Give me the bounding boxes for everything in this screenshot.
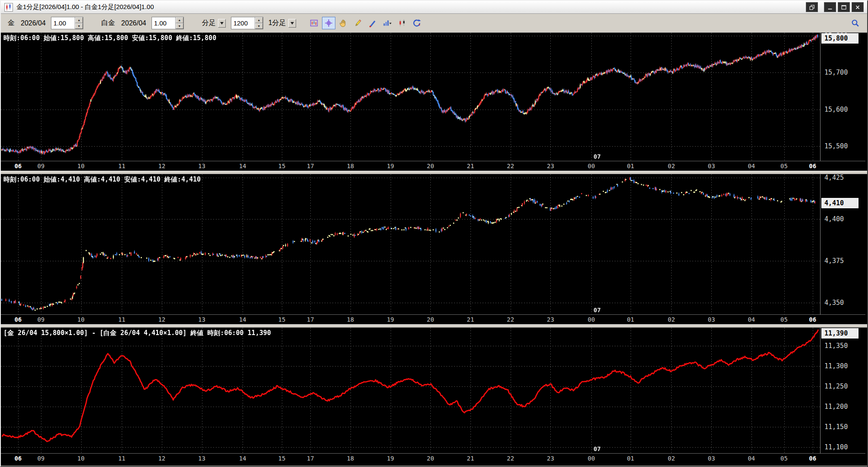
bar-count-up-button[interactable]: ▲	[255, 17, 263, 23]
close-button[interactable]	[852, 2, 864, 12]
x-axis-label: 05	[780, 163, 788, 169]
x-axis-label: 10	[77, 163, 85, 169]
x-axis-label: 15	[278, 455, 286, 462]
bar-count-spinner: ▲ ▼	[231, 17, 263, 29]
y-axis-label: 15,600	[824, 106, 848, 113]
platinum-ratio-input[interactable]	[152, 17, 175, 29]
x-axis-label: 04	[748, 455, 755, 462]
gold-label: 金	[8, 19, 15, 28]
x-axis-label: 22	[507, 455, 514, 462]
crosshair-tool-button[interactable]	[322, 17, 335, 29]
gold-ratio-down-button[interactable]: ▼	[75, 23, 83, 29]
platinum-ratio-up-button[interactable]: ▲	[176, 17, 183, 23]
minimize-button[interactable]	[824, 2, 836, 12]
x-axis-label: 19	[387, 316, 394, 323]
panel-splitter[interactable]	[1, 171, 867, 174]
y-axis-label: 4,400	[824, 215, 844, 223]
x-axis-label: 19	[387, 455, 394, 462]
bar-style-dropdown[interactable]: 1分足	[267, 17, 298, 29]
x-axis-label: 17	[307, 316, 314, 323]
x-axis-label: 06	[14, 316, 22, 323]
x-axis-label: 17	[307, 455, 314, 462]
x-axis-label: 10	[77, 455, 85, 462]
x-axis-label: 01	[627, 316, 634, 323]
gold-price-scale: 15,80015,70015,60015,50015,800	[820, 33, 865, 161]
x-axis-label: 13	[198, 163, 205, 169]
x-axis-label: 13	[198, 455, 205, 462]
x-axis-label: 11	[118, 316, 126, 323]
spread-chart-panel: [金 26/04 15,800×1.00] - [白金 26/04 4,410×…	[1, 328, 867, 466]
platinum-ratio-down-button[interactable]: ▼	[176, 23, 183, 29]
search-button[interactable]	[849, 17, 862, 29]
y-axis-label: 11,350	[824, 342, 848, 350]
x-axis-label: 09	[37, 163, 44, 169]
bar-count-input[interactable]	[231, 17, 255, 29]
gold-contract-month: 2026/04	[21, 19, 46, 27]
gold-ohlc-info: 時刻:06:00 始値:15,800 高値:15,800 安値:15,800 終…	[3, 34, 216, 42]
pencil-tool-icon	[354, 19, 363, 28]
spread-plot[interactable]: [金 26/04 15,800×1.00] - [白金 26/04 4,410×…	[1, 328, 820, 454]
maximize-button[interactable]	[838, 2, 850, 12]
platinum-canvas	[1, 174, 820, 314]
gold-ratio-up-button[interactable]: ▲	[75, 17, 83, 23]
x-axis-label: 11	[118, 455, 126, 462]
y-axis-label: 11,250	[824, 382, 848, 390]
y-axis-label: 4,425	[824, 174, 844, 182]
x-axis-label: 17	[307, 163, 314, 169]
x-axis-label: 10	[77, 316, 85, 323]
x-axis-label: 21	[467, 316, 474, 323]
y-axis-label: 15,700	[824, 69, 848, 76]
x-axis-label: 23	[547, 163, 554, 169]
platinum-plot[interactable]: 時刻:06:00 始値:4,410 高値:4,410 安値:4,410 終値:4…	[1, 174, 820, 315]
bar-count-down-button[interactable]: ▼	[255, 23, 263, 29]
x-axis-label: 21	[467, 163, 474, 169]
x-axis-label: 13	[198, 316, 205, 323]
x-axis-label: 04	[748, 163, 755, 169]
x-axis-label: 05	[780, 455, 788, 462]
x-axis-label: 12	[158, 316, 165, 323]
tool-button-group	[307, 17, 423, 29]
platinum-ratio-spinner: ▲ ▼	[152, 17, 184, 29]
pan-hand-tool-button[interactable]	[337, 17, 350, 29]
x-axis-label: 15	[278, 163, 286, 169]
x-axis-label: 18	[347, 163, 354, 169]
hand-tool-icon	[339, 19, 348, 28]
refresh-button[interactable]	[410, 17, 423, 29]
indicator-menu-button[interactable]	[381, 17, 394, 29]
platinum-contract-month: 2026/04	[121, 19, 146, 27]
candle-style-button[interactable]	[395, 17, 409, 29]
x-axis-label: 22	[507, 163, 514, 169]
y-axis-label: 15,500	[824, 142, 848, 150]
gold-plot[interactable]: 時刻:06:00 始値:15,800 高値:15,800 安値:15,800 終…	[1, 33, 820, 161]
x-axis-label: 23	[547, 455, 554, 462]
x-axis-label: 06	[14, 455, 22, 462]
spread-time-axis: 0609101112131415171819202122230001020304…	[1, 454, 867, 466]
x-axis-label: 20	[427, 163, 434, 169]
period-type-dropdown[interactable]: 分足	[200, 17, 227, 29]
last-price-badge: 4,410	[821, 198, 859, 208]
platinum-date-marker: 07	[593, 307, 601, 313]
x-axis-label: 02	[668, 163, 675, 169]
gold-date-marker: 07	[593, 153, 601, 160]
x-axis-label: 18	[347, 316, 354, 323]
pencil-draw-tool-button[interactable]	[351, 17, 365, 29]
app-icon	[4, 3, 13, 12]
chart-settings-button[interactable]	[307, 17, 321, 29]
float-window-button[interactable]	[806, 2, 818, 12]
pen-draw-tool-button[interactable]	[366, 17, 379, 29]
x-axis-label: 09	[37, 316, 44, 323]
panel-splitter[interactable]	[1, 324, 867, 328]
y-axis-label: 4,350	[824, 299, 844, 307]
gold-ratio-input[interactable]	[51, 17, 75, 29]
y-axis-label: 11,200	[824, 403, 848, 411]
x-axis-label: 11	[118, 163, 126, 169]
x-axis-label: 20	[427, 316, 434, 323]
period-type-label: 分足	[202, 19, 216, 28]
platinum-chart-panel: 時刻:06:00 始値:4,410 高値:4,410 安値:4,410 終値:4…	[1, 174, 867, 324]
chevron-down-icon	[218, 19, 226, 28]
float-window-icon	[808, 4, 815, 11]
x-axis-label: 14	[239, 316, 246, 323]
x-axis-label: 01	[627, 163, 634, 169]
x-axis-label: 18	[347, 455, 354, 462]
search-icon	[851, 19, 860, 28]
